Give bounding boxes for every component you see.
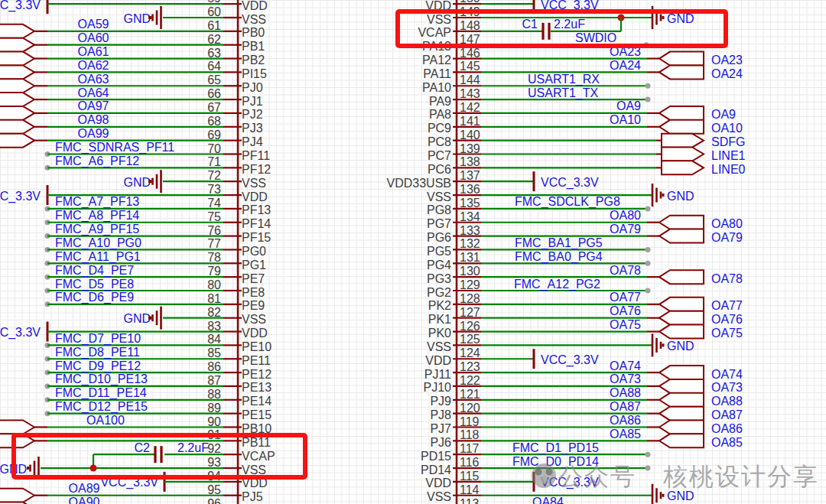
port-label[interactable]: OA86 [711,422,743,435]
port-shape[interactable] [659,298,704,311]
pin-name[interactable]: PA10 [422,81,451,94]
wire-end-dot[interactable] [646,452,651,457]
gnd-symbol-tick[interactable] [662,494,665,497]
port-shape[interactable] [659,421,704,434]
net-label[interactable]: OA98 [78,113,109,126]
pin-number[interactable]: 139 [460,142,480,155]
pin-number[interactable]: 121 [460,388,480,401]
net-label[interactable]: OA9 [616,99,641,112]
pin-name[interactable]: PE10 [242,340,272,353]
power-label-gnd[interactable]: GND [123,312,151,325]
pin-number[interactable]: 75 [207,210,221,223]
pin-name[interactable]: PE7 [242,272,265,285]
pin-name[interactable]: PJ0 [242,81,263,94]
pin-name[interactable]: PJ5 [242,490,263,503]
pin-number[interactable]: 90 [207,415,221,428]
pin-number[interactable]: 114 [460,483,480,496]
port-shape[interactable] [659,270,704,284]
port-shape[interactable] [659,366,704,379]
net-label[interactable]: OA64 [78,86,109,99]
pin-name[interactable]: PF15 [242,231,271,244]
pin-number[interactable]: 77 [207,237,221,250]
pin-name[interactable]: VDD [242,190,268,203]
pin-number[interactable]: 62 [207,33,221,46]
pin-name[interactable]: VDD [242,327,268,340]
port-label[interactable]: OA75 [711,327,743,340]
port-label[interactable]: OA73 [711,381,743,394]
pin-number[interactable]: 60 [207,5,221,18]
net-label[interactable]: OA89 [69,482,100,495]
net-label[interactable]: OA90 [69,496,100,504]
pin-number[interactable]: 113 [460,497,480,504]
wire-end-dot[interactable] [646,97,651,102]
pin-name[interactable]: VSS [242,313,266,326]
pin-name[interactable]: VSS [427,340,451,353]
pin-number[interactable]: 73 [207,183,221,196]
pin-number[interactable]: 150 [460,0,480,5]
pin-name[interactable]: PC8 [428,135,451,148]
port-label[interactable]: OA9 [711,108,736,121]
pin-name[interactable]: PE14 [242,395,272,408]
pin-number[interactable]: 115 [460,470,480,483]
pin-number[interactable]: 134 [460,210,480,223]
pin-number[interactable]: 83 [207,320,221,333]
net-label[interactable]: OA100 [86,414,125,427]
port-shape[interactable] [659,379,704,393]
pin-name[interactable]: PG3 [427,272,451,285]
port-shape[interactable] [659,106,704,120]
net-label[interactable]: FMC_A10_PG0 [55,236,141,250]
pin-number[interactable]: 80 [207,278,221,291]
pin-name[interactable]: PA9 [429,95,451,108]
port-shape[interactable] [662,161,704,174]
pin-name[interactable]: PE15 [242,408,272,421]
pin-name[interactable]: PE12 [242,368,272,381]
pin-name[interactable]: PJ1 [242,95,263,108]
pin-number[interactable]: 136 [460,183,480,196]
port-label[interactable]: OA88 [711,395,743,408]
pin-name[interactable]: PD14 [421,463,451,476]
pin-name[interactable]: VSS [427,190,451,203]
port-label[interactable]: LINE0 [711,163,746,176]
net-label[interactable]: OA24 [610,59,641,72]
net-label[interactable]: OA63 [78,73,109,86]
pin-name[interactable]: PG0 [242,245,266,258]
pin-name[interactable]: PG7 [427,217,451,230]
port-shape[interactable] [659,434,704,447]
pin-number[interactable]: 61 [207,19,221,32]
pin-number[interactable]: 140 [460,128,480,141]
pin-name[interactable]: VSS [242,177,266,190]
port-label[interactable]: OA23 [711,54,743,67]
pin-name[interactable]: PK1 [428,313,451,326]
port-shape[interactable] [662,148,704,161]
pin-number[interactable]: 145 [460,60,480,73]
pin-number[interactable]: 89 [207,402,221,415]
pin-number[interactable]: 138 [460,155,480,168]
pin-name[interactable]: PF13 [242,203,271,216]
net-label[interactable]: OA79 [610,223,641,236]
port-shape[interactable] [0,65,34,79]
port-shape[interactable] [662,134,704,148]
pin-name[interactable]: PB2 [242,54,265,67]
pin-name[interactable]: PC6 [428,163,451,176]
wire-end-dot[interactable] [646,247,651,252]
net-label[interactable]: OA84 [532,496,564,504]
port-label[interactable]: OA78 [711,272,743,285]
net-label[interactable]: OA61 [78,45,109,58]
pin-name[interactable]: PA12 [422,54,451,67]
pin-number[interactable]: 133 [460,224,480,237]
pin-name[interactable]: PA8 [429,108,451,121]
net-label[interactable]: OA59 [78,18,109,31]
port-label[interactable]: OA76 [711,313,743,326]
port-label[interactable]: OA79 [711,231,743,244]
port-label[interactable]: SDFG [711,135,745,148]
port-shape[interactable] [659,393,704,407]
port-shape[interactable] [0,93,34,106]
pin-name[interactable]: PJ10 [424,381,452,394]
port-shape[interactable] [0,38,34,52]
power-label-vcc[interactable]: VCC_3.3V [0,0,41,12]
port-label[interactable]: OA87 [711,408,743,421]
pin-number[interactable]: 79 [207,265,221,278]
pin-number[interactable]: 120 [460,402,480,415]
pin-name[interactable]: PJ9 [430,395,451,408]
port-shape[interactable] [0,52,34,66]
